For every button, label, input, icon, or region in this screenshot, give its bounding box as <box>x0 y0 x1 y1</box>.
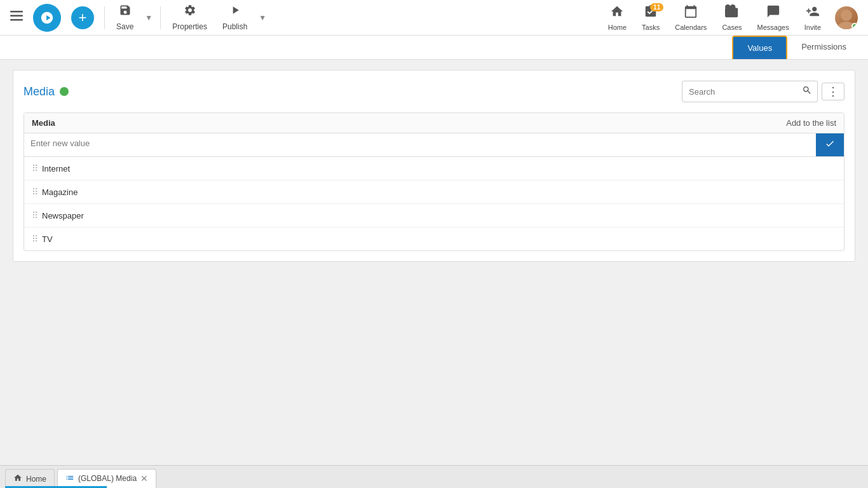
svg-rect-1 <box>10 15 23 17</box>
svg-rect-2 <box>10 19 23 21</box>
bottom-tab-home[interactable]: Home <box>5 469 55 488</box>
messages-icon <box>766 4 780 22</box>
panel-header: Media ⋮ <box>24 81 844 102</box>
search-button[interactable] <box>797 81 817 102</box>
media-list-container: Media Add to the list ⠿ Internet <box>24 112 844 251</box>
online-status-dot <box>851 23 858 29</box>
bottom-tab-home-label: Home <box>26 475 46 484</box>
nav-cases-label: Cases <box>722 24 742 31</box>
nav-tasks-button[interactable]: 11 Tasks <box>635 2 666 34</box>
list-column-label: Media <box>32 118 55 128</box>
search-input[interactable] <box>682 83 797 100</box>
nav-home-label: Home <box>608 24 627 31</box>
panel-title-text: Media <box>24 85 55 98</box>
toolbar-divider-2 <box>160 6 161 29</box>
cases-icon <box>725 4 739 22</box>
drag-handle-newspaper[interactable]: ⠿ <box>32 210 37 220</box>
media-panel: Media ⋮ Media <box>13 70 855 262</box>
bottom-tab-close-button[interactable]: ✕ <box>140 474 148 483</box>
publish-label: Publish <box>222 22 247 31</box>
bottom-tab-media-icon <box>65 473 74 484</box>
nav-invite-label: Invite <box>804 24 821 31</box>
properties-button[interactable]: Properties <box>166 2 214 34</box>
drag-handle-tv[interactable]: ⠿ <box>32 234 37 244</box>
search-box <box>682 81 818 102</box>
list-item: ⠿ TV <box>24 227 844 250</box>
nav-messages-button[interactable]: Messages <box>751 2 796 34</box>
save-label: Save <box>116 22 133 31</box>
svg-point-3 <box>841 10 852 21</box>
values-permissions-tabbar: Values Permissions <box>0 36 868 60</box>
list-item: ⠿ Newspaper <box>24 204 844 227</box>
toolbar-left: + Save ▼ Properties <box>5 2 602 34</box>
top-toolbar: + Save ▼ Properties <box>0 0 868 36</box>
list-item-magazine: Magazine <box>42 187 78 197</box>
list-header: Media Add to the list <box>24 113 844 133</box>
publish-button[interactable]: Publish <box>216 2 254 34</box>
new-value-input[interactable] <box>24 133 816 156</box>
drag-handle-internet[interactable]: ⠿ <box>32 163 37 173</box>
nav-invite-button[interactable]: Invite <box>798 2 827 34</box>
user-avatar[interactable] <box>835 6 858 29</box>
hamburger-button[interactable] <box>5 6 28 29</box>
save-dropdown-button[interactable]: ▼ <box>142 13 155 22</box>
svg-rect-0 <box>10 11 23 13</box>
add-to-list-button[interactable]: Add to the list <box>786 118 836 128</box>
list-item: ⠿ Internet <box>24 157 844 180</box>
tasks-badge: 11 <box>650 3 663 11</box>
list-item-tv: TV <box>42 234 53 244</box>
drag-handle-magazine[interactable]: ⠿ <box>32 187 37 197</box>
panel-title: Media <box>24 85 69 98</box>
invite-icon <box>806 4 820 22</box>
bottom-tab-media-label: (GLOBAL) Media <box>78 474 137 483</box>
nav-home-button[interactable]: Home <box>602 2 633 34</box>
publish-dropdown-button[interactable]: ▼ <box>256 13 269 22</box>
calendars-icon <box>684 4 698 22</box>
add-to-list-label: Add to the list <box>786 118 836 128</box>
save-icon <box>119 4 132 20</box>
toolbar-divider-1 <box>104 6 105 29</box>
new-value-row <box>24 133 844 157</box>
toolbar-right: Home 11 Tasks Calendars <box>602 2 863 34</box>
nav-tasks-label: Tasks <box>642 24 660 31</box>
nav-messages-label: Messages <box>757 24 789 31</box>
bottom-tab-home-icon <box>13 473 22 484</box>
home-icon <box>610 4 624 22</box>
nav-calendars-label: Calendars <box>675 24 707 31</box>
nav-calendars-button[interactable]: Calendars <box>668 2 713 34</box>
values-tab[interactable]: Values <box>732 36 787 59</box>
logo-button[interactable] <box>33 4 61 32</box>
list-item-newspaper: Newspaper <box>42 211 84 220</box>
bottom-tabbar: Home (GLOBAL) Media ✕ <box>0 465 868 488</box>
properties-label: Properties <box>172 22 207 31</box>
save-button[interactable]: Save <box>110 2 140 34</box>
main-content: Media ⋮ Media <box>0 60 868 462</box>
bottom-tab-global-media[interactable]: (GLOBAL) Media ✕ <box>57 469 156 488</box>
add-button[interactable]: + <box>71 6 94 29</box>
nav-cases-button[interactable]: Cases <box>715 2 748 34</box>
active-status-dot <box>60 87 69 96</box>
permissions-tab[interactable]: Permissions <box>787 36 860 59</box>
confirm-new-value-button[interactable] <box>816 133 844 156</box>
more-options-button[interactable]: ⋮ <box>822 83 844 100</box>
list-item: ⠿ Magazine <box>24 180 844 204</box>
properties-icon <box>184 4 196 20</box>
publish-icon <box>229 4 241 20</box>
list-item-internet: Internet <box>42 164 70 173</box>
panel-controls: ⋮ <box>682 81 844 102</box>
